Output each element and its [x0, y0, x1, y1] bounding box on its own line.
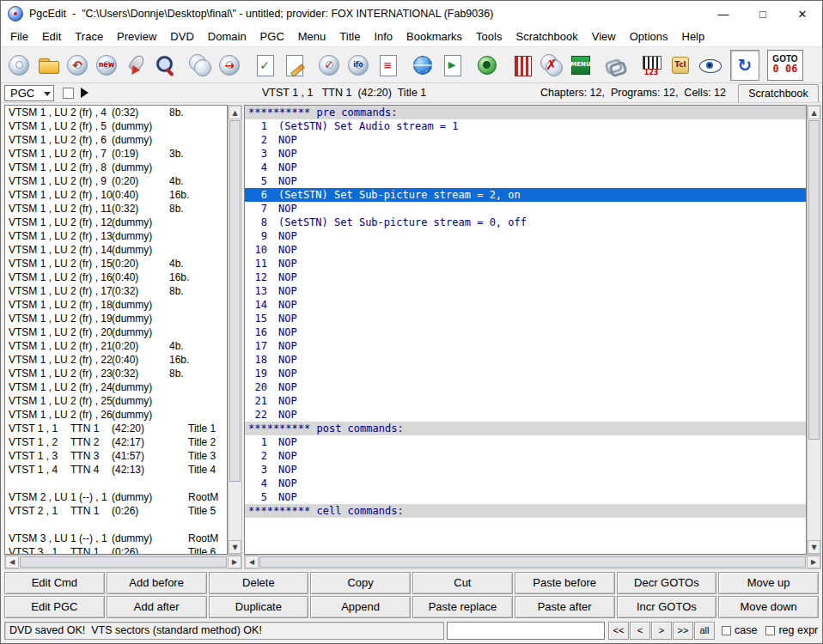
cut-button[interactable]: Cut: [412, 572, 513, 594]
command-line[interactable]: 7NOP: [245, 202, 806, 216]
menu-item-help[interactable]: Help: [675, 27, 712, 46]
command-line[interactable]: 19NOP: [245, 367, 806, 380]
new-project-button[interactable]: new: [92, 50, 121, 81]
pgc-list-item[interactable]: VTSM 1 , LU 2 (fr) , 4(0:32)8b.: [5, 106, 227, 119]
pgc-list-item[interactable]: VTST 2 , 1TTN 1(0:26)Title 5: [5, 504, 227, 518]
play-icon[interactable]: [81, 88, 88, 98]
search-last-button[interactable]: >>: [673, 622, 693, 640]
scroll-down-button[interactable]: [229, 540, 241, 554]
pgc-list-item[interactable]: VTSM 1 , LU 2 (fr) , 10(0:40)16b.: [5, 188, 227, 202]
pgc-list-item[interactable]: VTSM 2 , LU 1 (--) , 1(dummy)RootM: [5, 490, 227, 504]
command-line[interactable]: 14NOP: [245, 298, 806, 312]
chain-links-button[interactable]: [601, 50, 631, 81]
pgc-list-item[interactable]: VTST 1 , 4TTN 4(42:13)Title 4: [5, 463, 227, 477]
scroll-track[interactable]: [229, 119, 241, 540]
pgc-list-item[interactable]: VTSM 1 , LU 2 (fr) , 23(0:32)8b.: [5, 367, 227, 380]
pgc-list-item[interactable]: VTSM 1 , LU 2 (fr) , 20(dummy): [5, 325, 227, 339]
command-scrollbar[interactable]: [807, 105, 821, 555]
command-line[interactable]: 3NOP: [245, 147, 806, 161]
copy-dvd-button[interactable]: [186, 50, 215, 81]
search-prev-button[interactable]: <: [630, 622, 650, 640]
pgc-list-item[interactable]: VTSM 1 , LU 2 (fr) , 11(0:32)8b.: [5, 202, 227, 216]
pgc-list-item[interactable]: VTSM 1 , LU 2 (fr) , 18(dummy): [5, 298, 227, 312]
eye-button[interactable]: [695, 50, 724, 81]
incr-gotos-button[interactable]: Incr GOTOs: [617, 596, 717, 618]
scroll-thumb[interactable]: [259, 556, 806, 568]
search-input[interactable]: [447, 622, 605, 640]
pgc-list-item[interactable]: VTST 1 , 1TTN 1(42:20)Title 1: [5, 422, 227, 435]
scroll-track[interactable]: [259, 556, 807, 568]
scroll-right-button[interactable]: [807, 556, 820, 568]
pgc-list-item[interactable]: VTSM 1 , LU 2 (fr) , 9(0:20)4b.: [5, 174, 227, 188]
scroll-left-button[interactable]: [5, 556, 19, 568]
menu-item-edit[interactable]: Edit: [35, 27, 68, 46]
copy-button[interactable]: Copy: [310, 572, 411, 594]
pgc-list-item[interactable]: VTSM 1 , LU 2 (fr) , 8(dummy): [5, 161, 227, 174]
menu-item-bookmarks[interactable]: Bookmarks: [399, 27, 469, 46]
menu-item-scratchbook[interactable]: Scratchbook: [509, 27, 584, 46]
pgc-list-item[interactable]: VTSM 1 , LU 2 (fr) , 16(0:40)16b.: [5, 270, 227, 284]
search-first-button[interactable]: <<: [608, 622, 629, 640]
scratchbook-button[interactable]: Scratchbook: [738, 84, 819, 102]
save-button[interactable]: [279, 50, 308, 81]
move-up-button[interactable]: Move up: [718, 572, 819, 594]
scroll-left-button[interactable]: [245, 556, 259, 568]
pgc-list-item[interactable]: VTSM 1 , LU 2 (fr) , 12(dummy): [5, 216, 227, 229]
dvd-remake-button[interactable]: [472, 50, 502, 81]
command-line[interactable]: 12NOP: [245, 270, 806, 284]
command-line[interactable]: 18NOP: [245, 353, 806, 367]
menu-item-file[interactable]: File: [3, 27, 35, 46]
kill-playall-button[interactable]: ✗: [537, 50, 566, 81]
new-dvd-button[interactable]: [4, 50, 34, 81]
close-button[interactable]: ✕: [783, 1, 822, 27]
command-line[interactable]: 2NOP: [245, 449, 806, 463]
move-down-button[interactable]: Move down: [718, 596, 819, 618]
pgc-list-item[interactable]: VTSM 1 , LU 2 (fr) , 24(dummy): [5, 380, 227, 394]
command-line[interactable]: 17NOP: [245, 339, 806, 353]
search-all-button[interactable]: all: [694, 622, 715, 640]
menu-item-options[interactable]: Options: [623, 27, 675, 46]
scroll-track[interactable]: [808, 119, 820, 540]
pgc-list-item[interactable]: VTSM 3 , LU 1 (--) , 1(dummy)RootM: [5, 532, 227, 545]
command-line[interactable]: 16NOP: [245, 325, 806, 339]
command-line[interactable]: 1NOP: [245, 435, 806, 449]
pgc-list-item[interactable]: VTSM 1 , LU 2 (fr) , 25(dummy): [5, 394, 227, 408]
web-globe-button[interactable]: [408, 50, 437, 81]
scroll-thumb[interactable]: [20, 556, 227, 568]
command-line[interactable]: 1(SetSTN) Set Audio stream = 1: [245, 119, 806, 133]
paste-after-button[interactable]: Paste after: [515, 596, 615, 618]
renumber-button[interactable]: 123: [637, 50, 666, 81]
reg-expr-checkbox[interactable]: reg expr: [765, 624, 818, 636]
launch-button[interactable]: [121, 50, 150, 81]
command-line[interactable]: 11NOP: [245, 257, 806, 270]
reload-dvd-button[interactable]: ↶: [63, 50, 92, 81]
pgc-list-scrollbar[interactable]: [228, 105, 242, 555]
command-line[interactable]: 9NOP: [245, 229, 806, 243]
pgc-list-item[interactable]: VTSM 1 , LU 2 (fr) , 17(0:32)8b.: [5, 284, 227, 298]
command-line[interactable]: 4NOP: [245, 477, 806, 490]
pgc-list-hscrollbar[interactable]: [4, 555, 242, 569]
pgc-list-item[interactable]: VTST 1 , 2TTN 2(42:17)Title 2: [5, 435, 227, 449]
pgc-list-item[interactable]: VTSM 1 , LU 2 (fr) , 7(0:19)3b.: [5, 147, 227, 161]
search-next-button[interactable]: >: [651, 622, 672, 640]
minimize-button[interactable]: —: [704, 1, 743, 27]
scroll-up-button[interactable]: [229, 106, 241, 119]
menu-item-menu[interactable]: Menu: [291, 27, 333, 46]
menu-editor-button[interactable]: MENU: [566, 50, 595, 81]
add-after-button[interactable]: Add after: [107, 596, 207, 618]
trace-button[interactable]: ↻: [730, 50, 759, 81]
pgc-list-item[interactable]: VTSM 1 , LU 2 (fr) , 21(0:20)4b.: [5, 339, 227, 353]
pgc-list-item[interactable]: VTSM 1 , LU 2 (fr) , 13(dummy): [5, 229, 227, 243]
paste-before-button[interactable]: Paste before: [515, 572, 615, 594]
verify-disc-button[interactable]: ✓: [314, 50, 344, 81]
case-checkbox[interactable]: case: [722, 624, 757, 636]
goto-counter[interactable]: GOTO 0 06: [767, 50, 803, 81]
command-line[interactable]: 2NOP: [245, 133, 806, 147]
duplicate-button[interactable]: Duplicate: [209, 596, 309, 618]
command-line[interactable]: 5NOP: [245, 174, 806, 188]
scroll-down-button[interactable]: [808, 540, 820, 554]
pgc-list-item[interactable]: VTSM 1 , LU 2 (fr) , 14(dummy): [5, 243, 227, 257]
pgc-list-item[interactable]: VTSM 1 , LU 2 (fr) , 15(0:20)4b.: [5, 257, 227, 270]
command-line[interactable]: 5NOP: [245, 490, 806, 504]
pgc-selector[interactable]: PGC: [4, 85, 54, 101]
